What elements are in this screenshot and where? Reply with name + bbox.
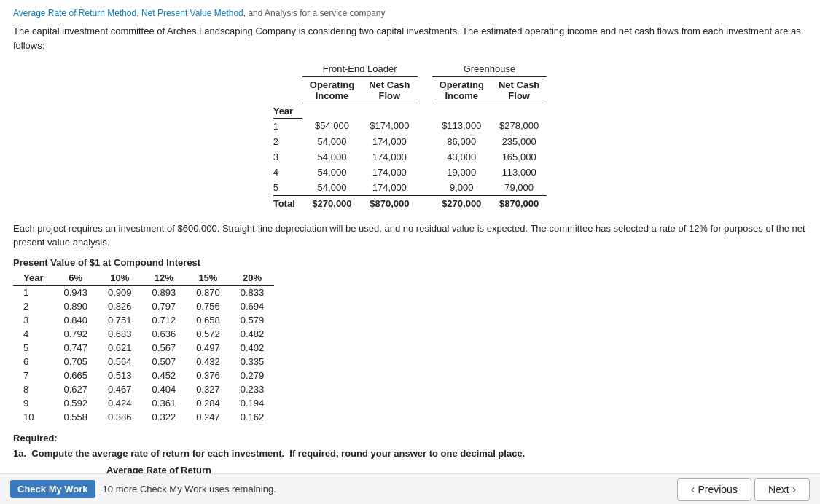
next-button[interactable]: Next › <box>754 478 810 501</box>
q1a-number: 1a. <box>13 448 26 459</box>
cf1-cell: 174,000 <box>362 180 417 196</box>
pv-cell-3: 0.636 <box>142 327 187 341</box>
previous-button[interactable]: ‹ Previous <box>677 478 751 501</box>
total-label: Total <box>273 195 302 211</box>
total-cf1: $870,000 <box>362 195 417 211</box>
investment-row: 3 54,000 174,000 43,000 165,000 <box>273 149 547 165</box>
check-my-work-button[interactable]: Check My Work <box>10 480 95 498</box>
pv-cell-0: 3 <box>13 313 53 327</box>
cf2-cell: 235,000 <box>491 134 547 149</box>
pv-row: 50.7470.6210.5670.4970.402 <box>13 341 274 355</box>
pv-cell-3: 0.452 <box>142 369 187 382</box>
pv-cell-2: 0.909 <box>98 285 142 299</box>
year-cell: 3 <box>273 149 302 165</box>
op1-cell: 54,000 <box>302 180 362 196</box>
pv-cell-2: 0.467 <box>98 382 142 396</box>
pv-cell-0: 5 <box>13 341 53 355</box>
investment-table-wrap: Front-End Loader Greenhouse OperatingInc… <box>13 61 807 211</box>
pv-cell-0: 1 <box>13 285 53 299</box>
pv-cell-1: 0.840 <box>53 313 98 327</box>
pv-cell-1: 0.558 <box>53 410 98 424</box>
pv-cell-0: 7 <box>13 369 53 382</box>
note-text: Each project requires an investment of $… <box>13 221 807 250</box>
investment-row: 4 54,000 174,000 19,000 113,000 <box>273 165 547 180</box>
pv-cell-0: 4 <box>13 327 53 341</box>
year-cell: 2 <box>273 134 302 149</box>
pv-cell-4: 0.432 <box>186 355 230 369</box>
col4-header: OperatingIncome <box>432 77 491 103</box>
pv-col-header-1: 6% <box>53 271 98 286</box>
pv-cell-4: 0.327 <box>186 382 230 396</box>
pv-col-header-5: 20% <box>230 271 275 286</box>
breadcrumb-link1[interactable]: Average Rate of Return Method <box>13 8 136 18</box>
year-cell: 5 <box>273 180 302 196</box>
group2-header: Greenhouse <box>432 61 547 77</box>
breadcrumb-link2[interactable]: Net Present Value Method <box>141 8 243 18</box>
remaining-text: 10 more Check My Work uses remaining. <box>103 484 276 495</box>
cf2-cell: $278,000 <box>491 118 547 134</box>
pv-cell-2: 0.683 <box>98 327 142 341</box>
op1-cell: $54,000 <box>302 118 362 134</box>
pv-cell-3: 0.893 <box>142 285 187 299</box>
pv-cell-3: 0.404 <box>142 382 187 396</box>
pv-cell-3: 0.712 <box>142 313 187 327</box>
pv-cell-2: 0.386 <box>98 410 142 424</box>
pv-cell-3: 0.361 <box>142 396 187 410</box>
pv-row: 80.6270.4670.4040.3270.233 <box>13 382 274 396</box>
op2-cell: 9,000 <box>432 180 491 196</box>
breadcrumb-sep1: , <box>136 8 141 18</box>
prev-arrow-icon: ‹ <box>691 483 695 496</box>
pv-cell-2: 0.751 <box>98 313 142 327</box>
year-cell: 4 <box>273 165 302 180</box>
pv-col-header-2: 10% <box>98 271 142 286</box>
pv-cell-0: 6 <box>13 355 53 369</box>
pv-cell-3: 0.507 <box>142 355 187 369</box>
pv-cell-5: 0.279 <box>230 369 275 382</box>
pv-cell-4: 0.756 <box>186 299 230 313</box>
pv-cell-1: 0.890 <box>53 299 98 313</box>
pv-cell-4: 0.870 <box>186 285 230 299</box>
pv-cell-5: 0.194 <box>230 396 275 410</box>
cf1-cell: 174,000 <box>362 165 417 180</box>
pv-cell-0: 2 <box>13 299 53 313</box>
pv-cell-2: 0.424 <box>98 396 142 410</box>
pv-row: 100.5580.3860.3220.2470.162 <box>13 410 274 424</box>
op1-cell: 54,000 <box>302 165 362 180</box>
q1a-text: Compute the average rate of return for e… <box>31 448 284 459</box>
investment-total-row: Total $270,000 $870,000 $270,000 $870,00… <box>273 195 547 211</box>
op1-cell: 54,000 <box>302 134 362 149</box>
pv-table: Year6%10%12%15%20%10.9430.9090.8930.8700… <box>13 271 274 424</box>
required-label: Required: <box>13 433 807 444</box>
pv-cell-1: 0.627 <box>53 382 98 396</box>
pv-cell-1: 0.747 <box>53 341 98 355</box>
cf1-cell: $174,000 <box>362 118 417 134</box>
pv-cell-5: 0.579 <box>230 313 275 327</box>
pv-row: 30.8400.7510.7120.6580.579 <box>13 313 274 327</box>
pv-cell-3: 0.322 <box>142 410 187 424</box>
pv-cell-5: 0.233 <box>230 382 275 396</box>
previous-label: Previous <box>698 484 737 495</box>
pv-cell-2: 0.621 <box>98 341 142 355</box>
pv-cell-5: 0.482 <box>230 327 275 341</box>
pv-cell-0: 10 <box>13 410 53 424</box>
bottom-bar: Check My Work 10 more Check My Work uses… <box>0 473 820 504</box>
q1a-bold: If required, round your answer to one de… <box>289 448 525 459</box>
pv-cell-5: 0.694 <box>230 299 275 313</box>
op2-cell: 19,000 <box>432 165 491 180</box>
pv-cell-1: 0.705 <box>53 355 98 369</box>
pv-cell-0: 8 <box>13 382 53 396</box>
next-arrow-icon: › <box>792 483 796 496</box>
investment-row: 1 $54,000 $174,000 $113,000 $278,000 <box>273 118 547 134</box>
pv-cell-2: 0.513 <box>98 369 142 382</box>
intro-text: The capital investment committee of Arch… <box>13 24 807 52</box>
pv-cell-5: 0.402 <box>230 341 275 355</box>
pv-row: 10.9430.9090.8930.8700.833 <box>13 285 274 299</box>
op2-cell: 86,000 <box>432 134 491 149</box>
bottom-left: Check My Work 10 more Check My Work uses… <box>10 480 276 498</box>
op2-cell: 43,000 <box>432 149 491 165</box>
investment-table: Front-End Loader Greenhouse OperatingInc… <box>273 61 547 211</box>
pv-row: 90.5920.4240.3610.2840.194 <box>13 396 274 410</box>
pv-cell-1: 0.943 <box>53 285 98 299</box>
op2-cell: $113,000 <box>432 118 491 134</box>
pv-cell-4: 0.572 <box>186 327 230 341</box>
